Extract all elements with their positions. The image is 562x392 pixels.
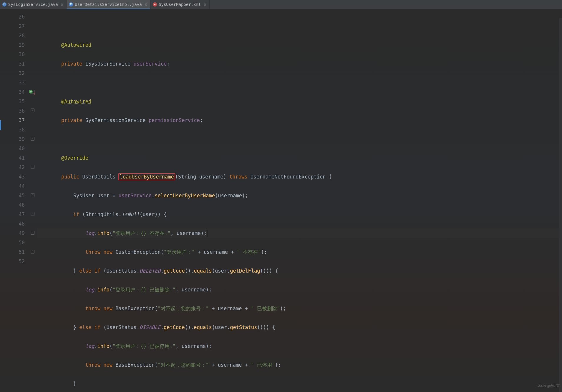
tab-userdetailsserviceimpl[interactable]: C UserDetailsServiceImpl.java × (67, 0, 150, 9)
tab-sysusermapper[interactable]: ♦ SysUserMapper.xml × (150, 0, 210, 9)
fold-icon[interactable]: − (31, 165, 34, 169)
code-line: @Autowired (37, 40, 562, 50)
code-line: throw new CustomException("登录用户：" + user… (37, 247, 562, 257)
tab-label: UserDetailsServiceImpl.java (75, 0, 142, 9)
code-line: if (StringUtils.isNull(user)) { (37, 210, 562, 219)
code-line: } else if (UserStatus.DISABLE.getCode().… (37, 323, 562, 332)
code-line: } (37, 379, 562, 388)
tab-label: SysLoginService.java (8, 0, 58, 9)
code-line: SysUser user = userService.selectUserByU… (37, 191, 562, 200)
code-line: throw new BaseException("对不起，您的账号：" + us… (37, 360, 562, 370)
xml-file-icon: ♦ (153, 2, 157, 6)
code-line-current: log.info("登录用户：{} 不存在.", username); (37, 228, 562, 238)
code-line: private SysPermissionService permissionS… (37, 116, 562, 125)
code-line (37, 21, 562, 31)
tab-sysloginservice[interactable]: C SysLoginService.java × (0, 0, 67, 9)
fold-icon[interactable]: − (31, 231, 34, 235)
code-line: public UserDetails loadUserByUsername(St… (37, 172, 562, 181)
gutter-line-numbers: 2627282930313233343536373839404142434445… (0, 9, 30, 392)
fold-icon[interactable]: − (31, 109, 34, 112)
code-line: } else if (UserStatus.DELETED.getCode().… (37, 266, 562, 276)
fold-icon[interactable]: ⌃ (31, 193, 34, 197)
gutter-icons: o↑−−−−⌃⌃−⌃ (30, 9, 37, 392)
code-line (37, 78, 562, 87)
fold-icon[interactable]: ⌃ (31, 212, 34, 216)
fold-icon[interactable]: − (31, 137, 34, 141)
close-icon[interactable]: × (145, 0, 147, 9)
code-line: @Autowired (37, 97, 562, 106)
watermark-text: CSDN @夜の雨 (537, 381, 560, 391)
close-icon[interactable]: × (204, 0, 206, 9)
code-line: log.info("登录用户：{} 已被停用.", username); (37, 341, 562, 351)
code-editor[interactable]: 2627282930313233343536373839404142434445… (0, 9, 562, 392)
code-line: @Override (37, 153, 562, 163)
code-area[interactable]: @Autowired private ISysUserService userS… (37, 9, 562, 392)
fold-icon[interactable]: ⌃ (31, 250, 34, 253)
code-line: private ISysUserService userService; (37, 59, 562, 69)
tab-bar: C SysLoginService.java × C UserDetailsSe… (0, 0, 562, 9)
text-caret (207, 230, 207, 237)
close-icon[interactable]: × (61, 0, 63, 9)
code-line: log.info("登录用户：{} 已被删除.", username); (37, 285, 562, 294)
java-class-icon: C (2, 2, 6, 6)
fold-icon[interactable]: − (31, 90, 34, 94)
highlighted-method-name: loadUserByUsername (118, 173, 175, 180)
code-line: throw new BaseException("对不起，您的账号：" + us… (37, 304, 562, 313)
tab-label: SysUserMapper.xml (159, 0, 201, 9)
java-class-icon: C (69, 2, 73, 6)
scrollbar-minimap[interactable] (559, 18, 562, 392)
code-line (37, 134, 562, 144)
